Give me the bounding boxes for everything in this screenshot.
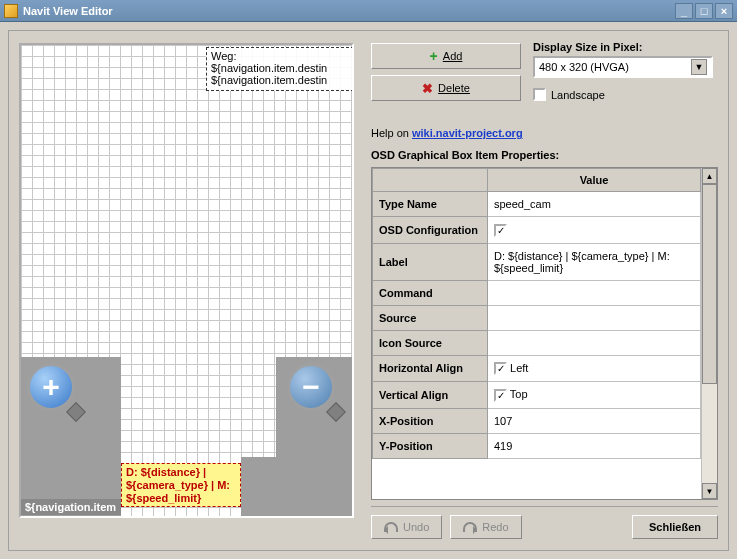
table-row: OSD Configuration✓	[373, 217, 701, 244]
header-value[interactable]: Value	[488, 169, 701, 192]
undo-icon	[384, 522, 398, 532]
delete-button[interactable]: ✖ Delete	[371, 75, 521, 101]
property-value[interactable]	[488, 280, 701, 305]
property-label: Type Name	[373, 192, 488, 217]
table-row: Type Namespeed_cam	[373, 192, 701, 217]
property-value[interactable]: 419	[488, 433, 701, 458]
osd-nav-strip[interactable]: ${navigation.item	[21, 499, 121, 515]
table-row: Command	[373, 280, 701, 305]
undo-button[interactable]: Undo	[371, 515, 442, 539]
canvas-editor[interactable]: Weg: ${navigation.item.destin ${navigati…	[19, 43, 354, 518]
checkbox[interactable]: ✓	[494, 362, 507, 375]
property-value[interactable]: speed_cam	[488, 192, 701, 217]
osd-text-box[interactable]: Weg: ${navigation.item.destin ${navigati…	[206, 47, 354, 91]
minimize-button[interactable]: _	[675, 3, 693, 19]
property-label: Source	[373, 305, 488, 330]
redo-button[interactable]: Redo	[450, 515, 521, 539]
property-value[interactable]	[488, 305, 701, 330]
table-row: Horizontal Align✓ Left	[373, 355, 701, 382]
checkbox[interactable]: ✓	[494, 224, 507, 237]
table-row: X-Position107	[373, 408, 701, 433]
property-value[interactable]	[488, 330, 701, 355]
maximize-button[interactable]: □	[695, 3, 713, 19]
display-size-label: Display Size in Pixel:	[533, 41, 718, 53]
app-icon	[4, 4, 18, 18]
zoom-out-icon[interactable]: −	[287, 363, 335, 411]
property-label: Horizontal Align	[373, 355, 488, 382]
table-row: Y-Position419	[373, 433, 701, 458]
scroll-thumb[interactable]	[702, 184, 717, 384]
checkbox[interactable]: ✓	[494, 389, 507, 402]
scroll-down-button[interactable]: ▼	[702, 483, 717, 499]
table-row: Vertical Align✓ Top	[373, 382, 701, 409]
dropdown-arrow-icon[interactable]: ▼	[691, 59, 707, 75]
scroll-up-button[interactable]: ▲	[702, 168, 717, 184]
property-label: Command	[373, 280, 488, 305]
property-value[interactable]: D: ${distance} | ${camera_type} | M: ${s…	[488, 243, 701, 280]
property-value[interactable]: 107	[488, 408, 701, 433]
header-blank[interactable]	[373, 169, 488, 192]
landscape-label: Landscape	[551, 89, 605, 101]
osd-speed-cam-box[interactable]: D: ${distance} | ${camera_type} | M: ${s…	[121, 463, 241, 507]
add-button-label: Add	[443, 50, 463, 62]
title-bar: Navit View Editor _ □ ×	[0, 0, 737, 22]
help-link[interactable]: wiki.navit-project.org	[412, 127, 523, 139]
delete-button-label: Delete	[438, 82, 470, 94]
zoom-in-icon[interactable]: +	[27, 363, 75, 411]
landscape-checkbox[interactable]	[533, 88, 546, 101]
add-button[interactable]: + Add	[371, 43, 521, 69]
property-value[interactable]: ✓ Left	[488, 355, 701, 382]
table-row: LabelD: ${distance} | ${camera_type} | M…	[373, 243, 701, 280]
help-text: Help on wiki.navit-project.org	[371, 127, 523, 139]
x-icon: ✖	[422, 81, 433, 96]
close-window-button[interactable]: ×	[715, 3, 733, 19]
property-label: Icon Source	[373, 330, 488, 355]
properties-title: OSD Graphical Box Item Properties:	[371, 149, 559, 161]
redo-icon	[463, 522, 477, 532]
property-label: Vertical Align	[373, 382, 488, 409]
property-label: Y-Position	[373, 433, 488, 458]
plus-icon: +	[430, 48, 438, 64]
window-title: Navit View Editor	[23, 5, 113, 17]
display-size-value: 480 x 320 (HVGA)	[539, 61, 629, 73]
property-value[interactable]: ✓ Top	[488, 382, 701, 409]
display-size-select[interactable]: 480 x 320 (HVGA) ▼	[533, 56, 713, 78]
table-row: Source	[373, 305, 701, 330]
table-scrollbar[interactable]: ▲ ▼	[701, 168, 717, 499]
property-label: X-Position	[373, 408, 488, 433]
osd-gray-box-bottom-right[interactable]	[241, 457, 354, 518]
property-label: Label	[373, 243, 488, 280]
property-label: OSD Configuration	[373, 217, 488, 244]
property-value[interactable]: ✓	[488, 217, 701, 244]
properties-table: Value Type Namespeed_camOSD Configuratio…	[371, 167, 718, 500]
table-row: Icon Source	[373, 330, 701, 355]
close-button[interactable]: Schließen	[632, 515, 718, 539]
